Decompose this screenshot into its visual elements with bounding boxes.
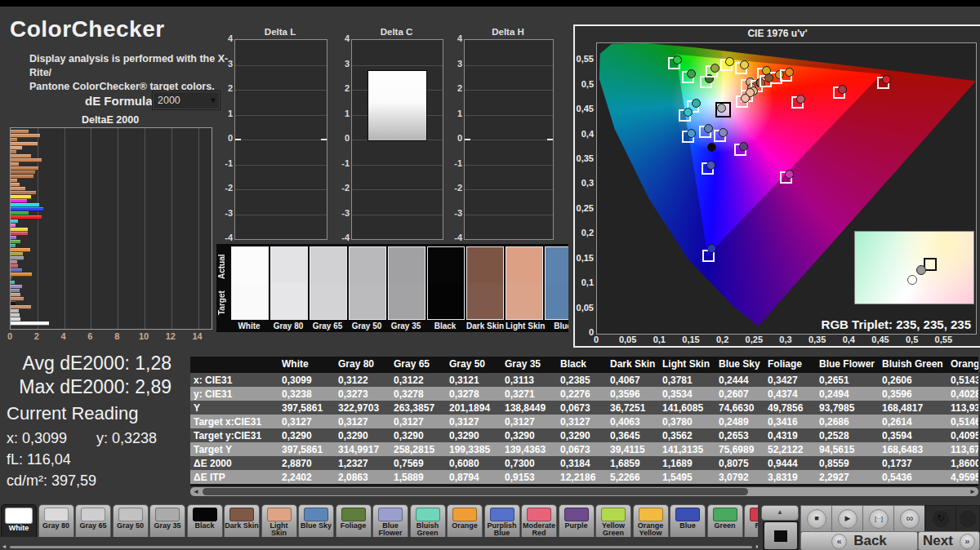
swatch-actual xyxy=(388,246,425,283)
delta-y-tick-label: 1 xyxy=(220,109,233,118)
table-cell: 0,7569 xyxy=(390,456,446,470)
patch-tab-dark-skin[interactable]: Dark Skin xyxy=(224,504,260,537)
patch-tab-foliage[interactable]: Foliage xyxy=(336,504,372,537)
back-chevrons-icon: « xyxy=(831,534,847,549)
table-cell: 0,3127 xyxy=(335,415,390,428)
play-button[interactable]: ▶ xyxy=(831,505,864,532)
swatch-target xyxy=(349,283,386,320)
deltae-x-axis: 02468101214 xyxy=(10,331,222,343)
cie-measured-dot xyxy=(785,170,794,179)
current-fl: fL: 116,04 xyxy=(7,451,71,468)
table-cell: 0,5143 xyxy=(947,373,978,387)
patch-tab-orange-yellow[interactable]: Orange Yellow xyxy=(633,504,669,537)
delta-gridline xyxy=(352,165,443,166)
table-cell: 0,3127 xyxy=(278,415,335,428)
table-scrollbar-thumb[interactable] xyxy=(203,488,748,495)
patch-tab-black[interactable]: Black xyxy=(187,504,223,537)
delta-y-tick-label: -3 xyxy=(450,208,462,218)
table-header-cell: Gray 65 xyxy=(390,357,446,373)
patch-tab-purple[interactable]: Purple xyxy=(559,504,595,537)
swatch-patch: Dark Skin xyxy=(466,246,502,330)
table-header-cell: Blue Sky xyxy=(715,357,764,373)
cie-x-tick-label: 0,4 xyxy=(835,335,862,344)
tabs-scrollbar-track[interactable] xyxy=(10,546,752,548)
patch-tab-label: Blue xyxy=(670,522,705,530)
collapse-up-button[interactable]: ▲ xyxy=(761,505,799,521)
patch-tab-gray-80[interactable]: Gray 80 xyxy=(38,504,74,537)
delta-chart-title: Delta C xyxy=(351,27,442,37)
patch-tab-yellow-green[interactable]: Yellow Green xyxy=(595,504,631,537)
table-cell: 141,6085 xyxy=(659,401,715,415)
table-row: ΔE 20002,88701,23270,75690,60800,73000,3… xyxy=(190,456,978,470)
delta-y-tick-label: 4 xyxy=(337,33,350,43)
table-scroll-left-icon[interactable]: ◄ xyxy=(190,487,202,496)
swatch-target xyxy=(270,283,308,320)
stop-square-button[interactable] xyxy=(763,521,799,550)
patch-tab-gray-35[interactable]: Gray 35 xyxy=(149,504,185,537)
swatch-label: Light Skin xyxy=(506,322,541,330)
table-cell: 2,0863 xyxy=(335,470,390,484)
patch-tab-moderate-red[interactable]: Moderate Red xyxy=(521,504,557,537)
table-cell: 0,3113 xyxy=(501,373,557,387)
target-label: Target xyxy=(217,285,229,321)
table-header-cell: Gray 80 xyxy=(335,357,390,373)
table-cell: 0,9153 xyxy=(501,470,557,484)
cie-measured-dot xyxy=(838,85,847,94)
patch-tab-light-skin[interactable]: Light Skin xyxy=(261,504,297,537)
patch-tab-gray-50[interactable]: Gray 50 xyxy=(113,504,149,537)
patch-color-chip xyxy=(304,508,328,521)
range-measure-button[interactable]: [··] xyxy=(862,505,895,532)
cie-y-tick-label: 0,15 xyxy=(575,253,594,263)
delta-gridline xyxy=(235,215,327,215)
patch-tab-label: Purple xyxy=(559,522,594,530)
table-scrollbar[interactable]: ◄ ► xyxy=(190,487,978,496)
refresh-icon: ↻ xyxy=(937,512,945,524)
patch-tab-white[interactable]: White xyxy=(1,504,37,537)
next-button[interactable]: Next » xyxy=(918,531,980,550)
patch-tab-gray-65[interactable]: Gray 65 xyxy=(75,504,111,537)
table-cell: 1,1689 xyxy=(659,456,715,470)
patch-tab-blue[interactable]: Blue xyxy=(670,504,706,537)
stop-button[interactable]: ■ xyxy=(800,505,833,532)
delta-y-tick-label: 3 xyxy=(450,59,462,69)
deltae-gridline xyxy=(145,128,145,329)
stop-icon: ■ xyxy=(814,514,818,522)
refresh-button[interactable]: ↻ xyxy=(924,505,957,532)
tabs-scroll-left-icon[interactable]: ◄ xyxy=(0,543,8,550)
table-row: x: CIE310,30990,31220,31220,31210,31130,… xyxy=(190,373,978,387)
table-cell: 0,3534 xyxy=(659,387,715,401)
table-row: Target y:CIE310,32900,32900,32900,32900,… xyxy=(190,428,978,442)
patch-tab-bluish-green[interactable]: Bluish Green xyxy=(410,504,446,537)
back-button[interactable]: « Back xyxy=(800,531,918,550)
table-cell: 0,2651 xyxy=(816,373,879,387)
table-scroll-right-icon[interactable]: ► xyxy=(967,487,978,496)
cie-chart-plot: RGB Triplet: 235, 235, 235 xyxy=(596,42,977,335)
table-cell: 52,2122 xyxy=(764,442,816,456)
patch-tab-blue-sky[interactable]: Blue Sky xyxy=(298,504,334,537)
table-cell: 113,9391 xyxy=(947,401,978,415)
cie-measured-dot xyxy=(692,99,701,108)
deltae-gridline xyxy=(65,128,65,329)
patch-tabs-scrollbar[interactable]: ◄ ► xyxy=(0,543,762,550)
patch-tab-green[interactable]: Green xyxy=(707,504,743,537)
table-cell: 0,2489 xyxy=(715,415,764,428)
patch-tab-purplish-blue[interactable]: Purplish Blue xyxy=(484,504,520,537)
table-cell: 75,6989 xyxy=(715,442,764,456)
de-formula-label: dE Formula: xyxy=(85,94,157,108)
continuous-measure-button[interactable]: ∞ xyxy=(893,505,926,532)
cie-measured-dot xyxy=(725,57,734,66)
table-cell: 0,3238 xyxy=(278,387,335,401)
patch-tab-orange[interactable]: Orange xyxy=(447,504,483,537)
table-cell: 2,2927 xyxy=(816,470,879,484)
swatch-patch: Black xyxy=(427,246,463,330)
de-formula-dropdown[interactable]: 2000 ▼ xyxy=(152,91,220,110)
inset-reference-dot xyxy=(907,275,917,285)
delta-gridline xyxy=(235,189,327,190)
patch-tab-blue-flower[interactable]: Blue Flower xyxy=(372,504,408,537)
table-cell: 0,3122 xyxy=(390,373,446,387)
deltae-chart-title: DeltaE 2000 xyxy=(10,114,211,126)
cie-measured-dot xyxy=(684,108,693,117)
up-arrow-icon: ▲ xyxy=(777,508,783,516)
cie-x-tick-label: 0,5 xyxy=(898,335,926,344)
delta-y-tick-label: -2 xyxy=(337,183,350,193)
